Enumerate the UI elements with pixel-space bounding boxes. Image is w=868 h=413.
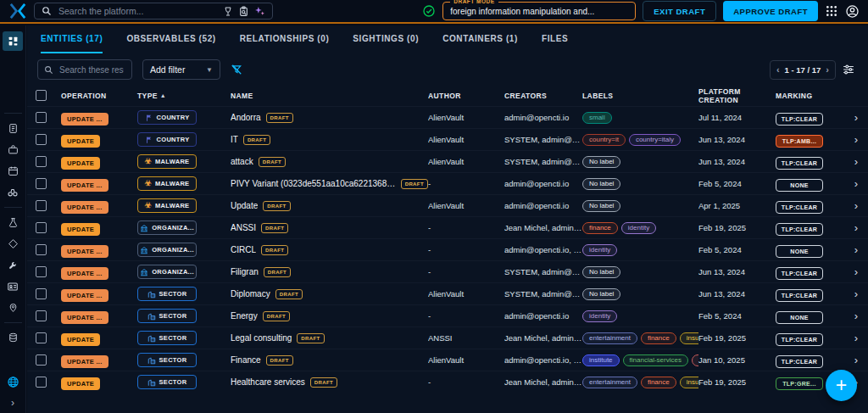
- table-row[interactable]: UPDATE ... SECTOR Energy DRAFT - admin@o…: [27, 304, 868, 326]
- sidebar-item-threats[interactable]: [3, 214, 23, 232]
- column-header-name[interactable]: NAME: [231, 92, 428, 100]
- sidebar-item-entities[interactable]: [3, 277, 23, 295]
- row-checkbox[interactable]: [36, 266, 47, 277]
- label-chip[interactable]: sector: [692, 354, 698, 366]
- tab-relationships[interactable]: RELATIONSHIPS (0): [240, 25, 330, 53]
- label-chip[interactable]: No label: [582, 266, 620, 278]
- label-chip[interactable]: No label: [582, 288, 620, 300]
- row-expand-icon[interactable]: ›: [854, 288, 858, 299]
- column-header-operation[interactable]: OPERATION: [61, 92, 137, 100]
- table-row[interactable]: UPDATE ... COUNTRY Andorra DRAFT AlienVa…: [27, 106, 868, 128]
- row-expand-icon[interactable]: ›: [854, 244, 858, 255]
- label-chip[interactable]: No label: [582, 178, 620, 190]
- approve-draft-button[interactable]: APPROVE DRAFT: [723, 1, 818, 21]
- tab-files[interactable]: FILES: [542, 25, 568, 53]
- sidebar-item-analyses[interactable]: [3, 120, 23, 137]
- expand-sidebar-icon[interactable]: ›: [11, 398, 14, 408]
- advanced-search-icon[interactable]: [223, 6, 233, 17]
- column-header-labels[interactable]: LABELS: [582, 92, 698, 100]
- row-checkbox[interactable]: [36, 222, 47, 233]
- sidebar-item-data[interactable]: [3, 329, 23, 347]
- label-chip[interactable]: entertainment: [582, 332, 637, 344]
- opencti-logo-icon[interactable]: [8, 3, 27, 20]
- label-chip[interactable]: identity: [582, 244, 617, 256]
- column-header-platform-creation[interactable]: PLATFORM CREATION: [698, 87, 776, 104]
- label-chip[interactable]: insurance: [680, 332, 698, 344]
- table-row[interactable]: UPDATE COUNTRY IT DRAFT AlienVault SYSTE…: [27, 128, 868, 150]
- clear-filters-icon[interactable]: [231, 64, 242, 75]
- table-row[interactable]: UPDATE SECTOR Healthcare services DRAFT …: [27, 371, 868, 393]
- ask-ai-sparkle-icon[interactable]: [254, 6, 265, 17]
- table-row[interactable]: UPDATE ... ☣ MALWARE Update DRAFT AlienV…: [27, 194, 868, 216]
- label-chip[interactable]: finance: [641, 332, 676, 344]
- label-chip[interactable]: financial-services: [623, 354, 688, 366]
- sidebar-item-cases[interactable]: [3, 141, 23, 159]
- table-row[interactable]: UPDATE ... ORGANIZA... CIRCL DRAFT - adm…: [27, 238, 868, 260]
- tab-containers[interactable]: CONTAINERS (1): [442, 25, 518, 53]
- label-chip[interactable]: identity: [621, 222, 656, 234]
- draft-mode-indicator[interactable]: DRAFT MODE foreign information manipulat…: [442, 2, 636, 20]
- previous-page-icon[interactable]: ‹: [776, 65, 780, 75]
- row-expand-icon[interactable]: ›: [854, 222, 858, 233]
- label-chip[interactable]: finance: [641, 377, 676, 388]
- row-checkbox[interactable]: [36, 134, 47, 145]
- column-header-marking[interactable]: MARKING: [776, 92, 841, 100]
- exit-draft-button[interactable]: EXIT DRAFT: [643, 1, 716, 21]
- label-chip[interactable]: No label: [582, 200, 620, 212]
- row-expand-icon[interactable]: ›: [854, 354, 858, 366]
- select-all-checkbox[interactable]: [36, 90, 47, 101]
- label-chip[interactable]: finance: [582, 222, 618, 234]
- column-header-creators[interactable]: CREATORS: [504, 92, 582, 100]
- table-row[interactable]: UPDATE ☣ MALWARE attack DRAFT AlienVault…: [27, 150, 868, 172]
- row-checkbox[interactable]: [36, 310, 47, 321]
- label-chip[interactable]: identity: [582, 310, 617, 322]
- row-expand-icon[interactable]: ›: [854, 112, 858, 123]
- row-checkbox[interactable]: [36, 377, 47, 388]
- bulk-search-icon[interactable]: [238, 6, 249, 17]
- table-row[interactable]: UPDATE ... SECTOR Diplomacy DRAFT AlienV…: [27, 282, 868, 304]
- row-expand-icon[interactable]: ›: [854, 134, 858, 145]
- label-chip[interactable]: institute: [582, 354, 620, 366]
- sidebar-item-techniques[interactable]: [3, 256, 23, 274]
- sidebar-item-observations[interactable]: [3, 183, 23, 201]
- column-header-author[interactable]: AUTHOR: [428, 92, 504, 100]
- sidebar-item-arsenal[interactable]: [3, 235, 23, 253]
- row-checkbox[interactable]: [36, 112, 47, 123]
- table-row[interactable]: UPDATE ... ☣ MALWARE PIVY Variant (0323d…: [27, 172, 868, 194]
- label-chip[interactable]: insurance: [680, 377, 698, 388]
- add-filter-dropdown[interactable]: Add filter ▼: [142, 59, 220, 80]
- label-chip[interactable]: country=italy: [629, 134, 681, 146]
- table-row[interactable]: UPDATE SECTOR Legal consulting DRAFT ANS…: [27, 326, 868, 349]
- label-chip[interactable]: small: [582, 112, 612, 124]
- row-checkbox[interactable]: [36, 288, 47, 299]
- row-expand-icon[interactable]: ›: [854, 178, 858, 189]
- row-checkbox[interactable]: [36, 178, 47, 189]
- results-search[interactable]: [37, 59, 132, 80]
- list-settings-icon[interactable]: [843, 64, 854, 75]
- column-header-type[interactable]: TYPE▲: [137, 92, 231, 100]
- global-search[interactable]: [34, 3, 273, 20]
- next-page-icon[interactable]: ›: [826, 65, 829, 75]
- sidebar-item-events[interactable]: [3, 162, 23, 180]
- row-checkbox[interactable]: [36, 200, 47, 211]
- row-expand-icon[interactable]: ›: [854, 266, 858, 277]
- row-expand-icon[interactable]: ›: [854, 310, 858, 321]
- label-chip[interactable]: entertainment: [582, 377, 637, 388]
- row-checkbox[interactable]: [36, 156, 47, 167]
- row-expand-icon[interactable]: ›: [854, 200, 858, 211]
- label-chip[interactable]: country=it: [582, 134, 626, 146]
- row-expand-icon[interactable]: ›: [854, 332, 858, 343]
- account-icon[interactable]: [845, 4, 860, 19]
- apps-grid-icon[interactable]: [825, 4, 838, 18]
- table-row[interactable]: UPDATE ... ORGANIZA... Filigran DRAFT - …: [27, 260, 868, 282]
- global-search-input[interactable]: [57, 5, 218, 17]
- label-chip[interactable]: No label: [582, 156, 620, 168]
- row-checkbox[interactable]: [36, 332, 47, 343]
- add-button[interactable]: +: [826, 370, 857, 401]
- table-row[interactable]: UPDATE ORGANIZA... ANSSI DRAFT - Jean Mi…: [27, 216, 868, 238]
- tab-observables[interactable]: OBSERVABLES (52): [126, 25, 215, 53]
- row-checkbox[interactable]: [36, 244, 47, 255]
- results-search-input[interactable]: [58, 64, 125, 75]
- row-checkbox[interactable]: [36, 354, 47, 366]
- tab-entities[interactable]: ENTITIES (17): [41, 25, 103, 53]
